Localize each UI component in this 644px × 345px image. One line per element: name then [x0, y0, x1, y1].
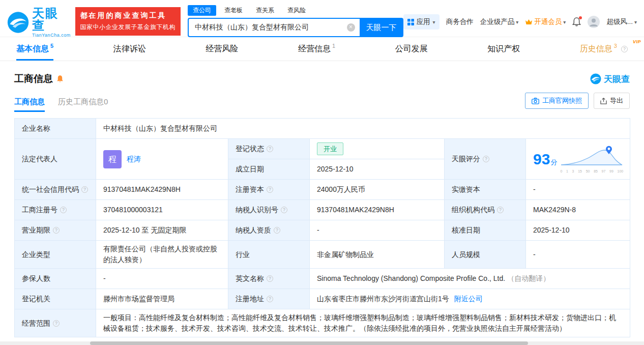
- help-icon[interactable]: ?: [281, 207, 287, 213]
- slogan-line1: 都在用的商业查询工具: [80, 11, 176, 20]
- tab-company-development[interactable]: 公司发展: [395, 37, 428, 61]
- search-tab-boss[interactable]: 查老板: [219, 5, 248, 16]
- value-insured-count: -: [96, 269, 228, 289]
- enterprise-products-link[interactable]: 企业级产品 ▾: [480, 17, 519, 26]
- search-tab-bar: 查公司 查老板 查关系 查风险: [188, 5, 403, 16]
- search-tab-company[interactable]: 查公司: [188, 5, 216, 16]
- help-icon[interactable]: ?: [267, 186, 273, 193]
- notification-dot: [579, 16, 582, 19]
- help-icon[interactable]: ?: [267, 296, 273, 302]
- label-taxpayer-id: 纳税人识别号?: [228, 200, 310, 220]
- subtab-row: 工商信息 历史工商信息0 工商官网快照 导出: [14, 93, 630, 112]
- value-establish-date: 2025-12-10: [310, 159, 445, 180]
- subscribe-bell-icon[interactable]: [56, 75, 64, 83]
- caret-down-icon: ▾: [516, 19, 518, 25]
- tab-label: 历史信息: [580, 44, 612, 54]
- tab-intellectual-property[interactable]: 知识产权: [487, 37, 520, 61]
- table-row: 参保人数 - 英文名称? Sinoma Technology (Shandong…: [15, 269, 630, 289]
- value-english-name: Sinoma Technology (Shandong) Composite P…: [310, 269, 630, 289]
- label-company-type: 企业类型: [15, 241, 96, 269]
- help-icon[interactable]: ?: [497, 207, 504, 213]
- help-icon[interactable]: ?: [81, 186, 88, 193]
- legal-rep-name-link[interactable]: 程涛: [127, 154, 141, 164]
- help-icon[interactable]: ?: [267, 275, 273, 282]
- tab-count: 3: [614, 43, 617, 49]
- user-menu[interactable]: 超级风... ▾: [606, 17, 637, 26]
- value-staff-size: -: [526, 241, 630, 269]
- apps-button[interactable]: 应用 ▾: [403, 14, 440, 30]
- business-cooperation-link[interactable]: 商务合作: [446, 17, 474, 26]
- help-icon[interactable]: ?: [53, 320, 60, 327]
- value-company-type: 有限责任公司（非自然人投资或控股的法人独资）: [96, 241, 228, 269]
- tab-label: 法律诉讼: [113, 44, 146, 54]
- notification-bell-icon[interactable]: [572, 17, 581, 26]
- tab-label: 公司发展: [395, 44, 428, 54]
- value-credit-code: 91370481MAK2429N8H: [96, 180, 228, 200]
- score-curve: [560, 146, 623, 166]
- score-distribution-chart: 0131550859799100: [560, 146, 623, 173]
- camera-icon: [532, 98, 539, 104]
- label-legal-rep: 法定代表人: [15, 139, 96, 180]
- caret-down-icon: ▾: [433, 19, 435, 25]
- tab-count: 5: [50, 43, 53, 49]
- table-row: 统一社会信用代码? 91370481MAK2429N8H 注册资本? 24000…: [15, 180, 630, 200]
- label-reg-capital: 注册资本?: [228, 180, 310, 200]
- tab-history-info[interactable]: 历史信息 3 VIP ?: [580, 37, 628, 61]
- crown-icon: [525, 19, 533, 25]
- label-reg-status: 登记状态?: [228, 139, 310, 159]
- tianyancha-logo-icon: [7, 11, 29, 34]
- label-business-term: 营业期限?: [15, 220, 96, 241]
- user-avatar[interactable]: [588, 16, 600, 28]
- label-reg-address: 注册地址?: [228, 289, 310, 309]
- export-icon: [600, 98, 607, 104]
- subtab-business-registration[interactable]: 工商信息: [14, 97, 45, 112]
- vip-badge: VIP: [633, 39, 641, 44]
- help-icon[interactable]: ?: [53, 227, 60, 234]
- caret-down-icon: ▾: [563, 19, 566, 25]
- search-tab-relation[interactable]: 查关系: [251, 5, 279, 16]
- tab-label: 经营风险: [206, 44, 238, 54]
- user-avatar-icon: [588, 16, 600, 28]
- tianyancha-logo[interactable]: 天眼查 TianYanCha.com: [7, 7, 71, 38]
- slogan-badge: 都在用的商业查询工具 国家中小企业发展子基金旗下机构: [75, 7, 181, 36]
- help-icon[interactable]: ?: [274, 227, 280, 234]
- table-row: 工商注册号? 370481000003121 纳税人识别号? 91370481M…: [15, 200, 630, 220]
- tab-legal-litigation[interactable]: 法律诉讼: [113, 37, 146, 61]
- legal-rep-avatar[interactable]: 程: [103, 150, 122, 168]
- label-reg-authority: 登记机关: [15, 289, 96, 309]
- enterprise-products-label: 企业级产品: [480, 17, 515, 26]
- help-icon[interactable]: ?: [621, 46, 628, 52]
- label-approve-date: 核准日期: [445, 220, 526, 241]
- snapshot-button-label: 工商官网快照: [542, 96, 582, 105]
- table-row: 企业名称 中材科技（山东）复合型材有限公司: [15, 119, 630, 139]
- help-icon[interactable]: ?: [60, 207, 67, 213]
- tab-operating-risk[interactable]: 经营风险: [206, 37, 238, 61]
- join-vip-link[interactable]: 开通会员 ▾: [525, 17, 566, 26]
- horizontal-scrollbar-thumb[interactable]: [90, 341, 528, 345]
- nearby-companies-link[interactable]: 附近公司: [454, 295, 483, 303]
- help-icon[interactable]: ?: [483, 156, 489, 162]
- label-taxpayer-qualification: 纳税人资质?: [228, 220, 310, 241]
- label-reg-status-text: 登记状态: [236, 145, 264, 153]
- clear-search-icon[interactable]: ×: [347, 23, 355, 32]
- export-button[interactable]: 导出: [594, 93, 630, 109]
- tab-basic-info[interactable]: 基本信息 5: [16, 37, 53, 61]
- value-reg-capital: 24000万人民币: [310, 180, 445, 200]
- tab-operating-info[interactable]: 经营信息 1: [298, 37, 335, 61]
- search-tab-risk[interactable]: 查风险: [282, 5, 311, 16]
- subtab-history-registration[interactable]: 历史工商信息0: [58, 97, 108, 112]
- search-input[interactable]: [188, 18, 360, 37]
- search-button[interactable]: 天眼一下: [360, 18, 403, 37]
- horizontal-scrollbar[interactable]: [0, 341, 644, 345]
- label-establish-date: 成立日期: [228, 159, 310, 180]
- apps-button-label: 应用: [417, 17, 430, 26]
- value-reg-address: 山东省枣庄市滕州市东沙河街道宫山街1号附近公司: [310, 289, 630, 309]
- watermark-text: 天眼查: [604, 73, 630, 85]
- table-row: 营业期限? 2025-12-10 至 无固定期限 纳税人资质? - 核准日期 2…: [15, 220, 630, 241]
- table-row: 登记机关 滕州市市场监督管理局 注册地址? 山东省枣庄市滕州市东沙河街道宫山街1…: [15, 289, 630, 309]
- tianyancha-watermark: 天眼查: [590, 73, 630, 85]
- help-icon[interactable]: ?: [267, 146, 273, 152]
- tianyan-score-number[interactable]: 93分: [533, 148, 557, 170]
- value-company-name: 中材科技（山东）复合型材有限公司: [96, 119, 630, 139]
- official-snapshot-button[interactable]: 工商官网快照: [525, 93, 589, 109]
